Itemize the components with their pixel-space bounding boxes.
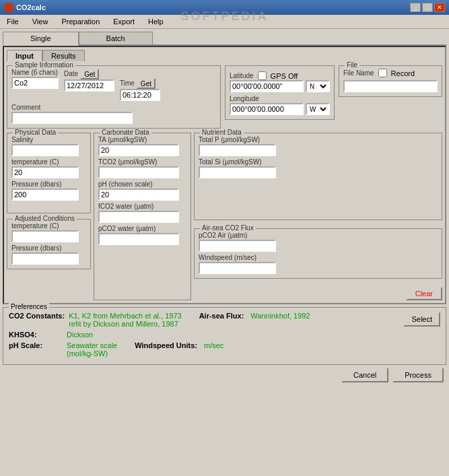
file-group-title: File <box>345 61 359 69</box>
salinity-input[interactable] <box>11 144 79 156</box>
salinity-label: Salinity <box>11 136 86 143</box>
air-sea-label: Air-sea Flux: <box>199 312 244 320</box>
get-date-button[interactable]: Get <box>80 69 99 79</box>
total-si-input[interactable] <box>199 166 276 178</box>
time-label: Time <box>120 79 135 87</box>
air-sea-flux-title: Air-sea CO2 Flux <box>200 224 256 232</box>
sample-info-group: Sample Information Name (6 chars) Date G… <box>7 65 221 129</box>
pressure-input[interactable] <box>11 189 79 201</box>
latlon-group: Latitude GPS Off N S <box>225 65 335 120</box>
tco2-label: TCO2 (µmol/kgSW) <box>98 158 186 166</box>
longitude-input[interactable] <box>230 103 304 115</box>
date-input[interactable] <box>64 79 114 92</box>
air-sea-value: Wanninkhof, 1992 <box>250 312 310 320</box>
time-input[interactable] <box>120 89 160 101</box>
file-name-label: File Name <box>343 69 374 77</box>
window-title: CO2calc <box>16 3 46 11</box>
comment-input[interactable] <box>11 112 133 124</box>
ph-label: pH (chosen scale) <box>98 180 186 188</box>
windspeed-input[interactable] <box>199 262 276 274</box>
name-input[interactable] <box>11 77 59 89</box>
latitude-input[interactable] <box>230 80 304 92</box>
nutrient-data-group: Nutrient Data Total P (µmol/kgSW) Total … <box>194 133 442 220</box>
adj-temp-label: temperature (C) <box>11 222 86 230</box>
windspeed-units-label: Windspeed Units: <box>135 341 197 349</box>
total-p-label: Total P (µmol/kgSW) <box>199 136 438 143</box>
menu-preparation[interactable]: Preparation <box>57 16 104 27</box>
file-group: File File Name Record <box>339 65 442 97</box>
record-label: Record <box>391 69 415 77</box>
bottom-button-area: Cancel Process <box>3 365 446 385</box>
adj-temp-input[interactable] <box>11 230 79 242</box>
ta-label: TA (µmol/kgSW) <box>98 136 186 143</box>
fco2-input[interactable] <box>98 211 179 223</box>
fco2-label: fCO2 water (µatm) <box>98 203 186 210</box>
temp-label: temperature (C) <box>11 158 86 166</box>
top-tab-strip: Single Batch <box>3 32 446 46</box>
sub-tab-strip: Input Results <box>7 50 442 61</box>
file-name-input[interactable] <box>343 80 438 92</box>
pco2air-label: pCO2 Air (µatm) <box>199 232 438 239</box>
co2-constants-value1: K1, K2 from Mehrbach et al., 1973 <box>69 312 182 320</box>
title-bar: CO2calc SOFTPEDIA _ □ ✕ <box>0 0 449 15</box>
pco2water-input[interactable] <box>98 233 179 245</box>
ph-scale-label: pH Scale: <box>9 341 63 349</box>
tab-results[interactable]: Results <box>42 50 85 61</box>
menu-bar: File View Preparation Export Help <box>0 15 449 29</box>
minimize-button[interactable]: _ <box>410 3 421 12</box>
close-button[interactable]: ✕ <box>434 3 445 12</box>
app-icon <box>4 3 13 12</box>
menu-view[interactable]: View <box>28 16 53 27</box>
tab-batch[interactable]: Batch <box>79 32 153 44</box>
tco2-input[interactable] <box>98 166 179 178</box>
pco2air-input[interactable] <box>199 240 276 252</box>
khso4-label: KHSO4: <box>9 331 63 339</box>
temp-input[interactable] <box>11 166 79 178</box>
tab-single[interactable]: Single <box>3 32 79 46</box>
date-label: Date <box>64 70 78 77</box>
physical-data-title: Physical Data <box>13 129 58 136</box>
latitude-direction-select[interactable]: N S <box>306 80 330 92</box>
tab-input[interactable]: Input <box>7 50 42 61</box>
nutrient-data-title: Nutrient Data <box>200 129 244 136</box>
longitude-label: Longitude <box>230 95 330 102</box>
pco2water-label: pCO2 water (µatm) <box>98 225 186 232</box>
ph-input[interactable] <box>98 189 179 201</box>
co2-constants-label: CO2 Constants: <box>9 312 65 320</box>
menu-help[interactable]: Help <box>144 16 168 27</box>
adjusted-conditions-title: Adjusted Conditions <box>13 215 77 222</box>
preferences-select-button[interactable]: Select <box>403 312 440 327</box>
adj-pressure-input[interactable] <box>11 252 79 265</box>
main-content-area: Input Results Sample Information Name (6… <box>3 46 446 304</box>
carbonate-data-title: Carbonate Data <box>100 129 151 136</box>
menu-file[interactable]: File <box>3 16 23 27</box>
carbonate-data-group: Carbonate Data TA (µmol/kgSW) TCO2 (µmol… <box>94 133 191 300</box>
total-si-label: Total Si (µmol/kgSW) <box>199 158 438 166</box>
gps-label: GPS Off <box>271 72 298 80</box>
adj-pressure-label: Pressure (dbars) <box>11 244 86 252</box>
get-time-button[interactable]: Get <box>137 78 156 89</box>
khso4-value: Dickson <box>67 331 93 339</box>
record-checkbox[interactable] <box>378 69 387 77</box>
clear-button[interactable]: Clear <box>406 287 442 300</box>
gps-checkbox[interactable] <box>258 71 267 80</box>
ph-scale-value1: Seawater scale <box>67 341 117 349</box>
ph-scale-value2: (mol/kg-SW) <box>67 349 117 358</box>
sample-info-title: Sample Information <box>13 61 75 69</box>
adjusted-conditions-group: Adjusted Conditions temperature (C) Pres… <box>7 219 91 269</box>
longitude-direction-select[interactable]: W E <box>306 103 330 115</box>
maximize-button[interactable]: □ <box>422 3 433 12</box>
cancel-button[interactable]: Cancel <box>341 368 388 382</box>
pressure-label: Pressure (dbars) <box>11 180 86 188</box>
preferences-title: Preferences <box>9 303 49 310</box>
name-label: Name (6 chars) <box>11 69 59 76</box>
total-p-input[interactable] <box>199 144 276 156</box>
air-sea-flux-group: Air-sea CO2 Flux pCO2 Air (µatm) Windspe… <box>194 228 442 279</box>
latitude-label: Latitude <box>230 72 254 79</box>
ta-input[interactable] <box>98 144 179 156</box>
menu-export[interactable]: Export <box>109 16 139 27</box>
process-button[interactable]: Process <box>392 368 444 382</box>
physical-data-group: Physical Data Salinity temperature (C) P… <box>7 133 91 213</box>
windspeed-label: Windspeed (m/sec) <box>199 254 438 261</box>
co2-constants-value2: refit by Dickson and Millero, 1987 <box>69 320 182 328</box>
